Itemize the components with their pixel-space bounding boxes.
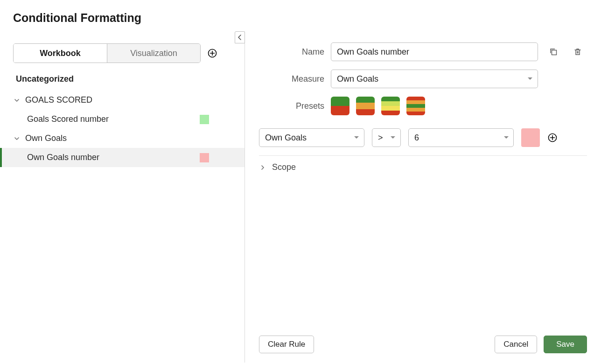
- duplicate-button[interactable]: [548, 47, 559, 57]
- delete-button[interactable]: [573, 47, 583, 57]
- chevron-right-icon: [259, 164, 266, 171]
- chevron-down-icon: [13, 97, 21, 104]
- name-label: Name: [259, 47, 324, 57]
- preset-swatch[interactable]: [356, 97, 375, 115]
- clear-rule-button[interactable]: Clear Rule: [259, 336, 314, 353]
- collapse-panel-button[interactable]: [235, 31, 245, 43]
- tab-workbook[interactable]: Workbook: [14, 44, 107, 63]
- color-swatch: [200, 115, 209, 124]
- measure-label: Measure: [259, 74, 324, 84]
- plus-circle-icon: [548, 133, 557, 142]
- chevron-left-icon: [238, 35, 242, 40]
- group-goals-scored[interactable]: GOALS SCORED: [0, 91, 245, 110]
- measure-value: Own Goals: [337, 74, 378, 84]
- rule-operator-value: >: [378, 133, 383, 143]
- section-heading: Uncategorized: [0, 71, 245, 91]
- item-label: Goals Scored number: [27, 114, 109, 124]
- color-swatch: [200, 153, 209, 162]
- group-own-goals[interactable]: Own Goals: [0, 129, 245, 148]
- rule-value-input[interactable]: [408, 128, 514, 147]
- preset-swatch[interactable]: [406, 97, 425, 115]
- trash-icon: [573, 48, 582, 56]
- item-label: Own Goals number: [27, 153, 99, 162]
- scope-toggle[interactable]: Scope: [259, 162, 587, 172]
- rule-field-value: Own Goals: [265, 133, 307, 143]
- cancel-button[interactable]: Cancel: [495, 336, 537, 353]
- preset-swatch[interactable]: [381, 97, 400, 115]
- list-item[interactable]: Goals Scored number: [0, 110, 245, 129]
- save-button[interactable]: Save: [544, 336, 587, 353]
- svg-rect-1: [552, 50, 557, 55]
- tab-visualization[interactable]: Visualization: [107, 44, 200, 63]
- preset-swatch[interactable]: [331, 97, 349, 115]
- group-label: Own Goals: [25, 133, 67, 143]
- name-input[interactable]: [331, 42, 538, 61]
- left-panel: Workbook Visualization Uncategorized GOA…: [0, 31, 245, 363]
- measure-select[interactable]: Own Goals: [331, 70, 538, 88]
- caret-down-icon: [390, 136, 396, 140]
- tab-group: Workbook Visualization: [13, 43, 201, 63]
- group-label: GOALS SCORED: [25, 95, 92, 105]
- rule-row: Own Goals >: [259, 128, 587, 147]
- rule-operator-select[interactable]: >: [372, 128, 401, 147]
- preset-set: [331, 97, 425, 115]
- list-item[interactable]: Own Goals number: [0, 148, 245, 167]
- page-title: Conditional Formatting: [0, 0, 601, 31]
- add-rule-button[interactable]: [207, 48, 217, 58]
- divider: [259, 155, 587, 156]
- copy-icon: [549, 48, 558, 56]
- scope-label: Scope: [272, 162, 296, 172]
- right-panel: Name Measure Own Goals: [245, 31, 601, 363]
- rule-color-swatch[interactable]: [521, 128, 540, 147]
- rule-field-select[interactable]: Own Goals: [259, 128, 364, 147]
- add-condition-button[interactable]: [547, 133, 558, 143]
- chevron-down-icon: [13, 135, 21, 142]
- caret-down-icon: [527, 77, 533, 81]
- caret-down-icon: [354, 136, 359, 140]
- presets-label: Presets: [259, 101, 324, 111]
- plus-circle-icon: [208, 49, 217, 58]
